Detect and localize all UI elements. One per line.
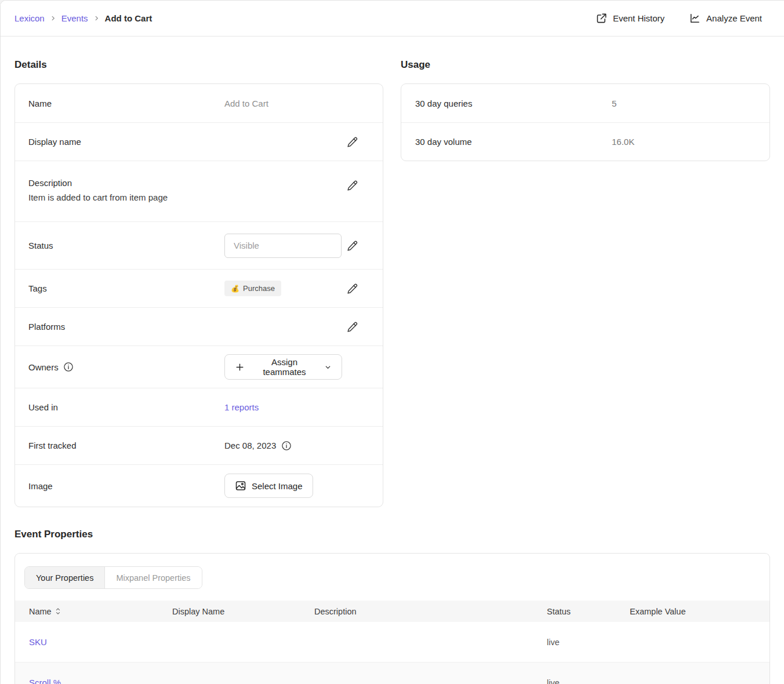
image-icon (235, 480, 246, 492)
column-header-description: Description (314, 607, 547, 616)
volume-value: 16.0K (612, 137, 634, 147)
properties-table: Name Display Name Description Status Exa… (15, 601, 770, 684)
pencil-icon (347, 240, 358, 252)
column-header-name[interactable]: Name (29, 607, 172, 616)
column-header-display-name: Display Name (172, 607, 314, 616)
detail-row-status: Status (15, 221, 383, 269)
image-label: Image (28, 481, 224, 491)
chevron-down-icon (324, 363, 332, 371)
pencil-icon (347, 321, 358, 333)
used-in-label: Used in (28, 402, 224, 412)
topbar-actions: Event History Analyze Event (596, 13, 762, 24)
volume-label: 30 day volume (415, 137, 612, 147)
tag-label: Purchase (243, 284, 275, 293)
platforms-label: Platforms (28, 322, 224, 332)
tab-mixpanel-properties[interactable]: Mixpanel Properties (105, 567, 201, 588)
first-tracked-value: Dec 08, 2023 (224, 441, 276, 450)
detail-row-used-in: Used in 1 reports (15, 388, 383, 426)
pencil-icon (347, 136, 358, 148)
description-label: Description (28, 178, 224, 188)
detail-row-name: Name Add to Cart (15, 84, 383, 122)
status-input[interactable] (224, 234, 342, 258)
breadcrumb-current: Add to Cart (105, 13, 153, 23)
usage-section: Usage 30 day queries 5 30 day volume 16.… (401, 37, 770, 161)
select-image-button[interactable]: Select Image (224, 474, 313, 498)
detail-row-tags: Tags 💰 Purchase (15, 269, 383, 307)
pencil-icon (347, 180, 358, 191)
first-tracked-label: First tracked (28, 441, 224, 450)
chevron-right-icon (93, 15, 100, 21)
usage-row-volume: 30 day volume 16.0K (401, 122, 770, 161)
info-icon[interactable] (281, 441, 292, 451)
sku-status: live (547, 638, 630, 647)
tags-label: Tags (28, 283, 224, 293)
main-content: Details Name Add to Cart Display name (1, 37, 784, 684)
edit-display-name-button[interactable] (346, 135, 360, 149)
display-name-label: Display name (28, 137, 224, 147)
page: Lexicon Events Add to Cart Event History (0, 0, 784, 684)
used-in-reports-link[interactable]: 1 reports (224, 402, 259, 412)
name-value: Add to Cart (224, 99, 268, 108)
breadcrumb-link-events[interactable]: Events (61, 13, 88, 23)
info-icon[interactable] (63, 362, 74, 372)
analyze-event-button[interactable]: Analyze Event (689, 13, 762, 24)
usage-title: Usage (401, 59, 770, 71)
usage-card: 30 day queries 5 30 day volume 16.0K (401, 83, 770, 161)
properties-tabs: Your Properties Mixpanel Properties (15, 554, 770, 601)
detail-row-first-tracked: First tracked Dec 08, 2023 (15, 426, 383, 464)
queries-value: 5 (612, 99, 616, 108)
scroll-status: live (547, 678, 630, 684)
edit-platforms-button[interactable] (346, 320, 360, 334)
column-header-status: Status (547, 607, 630, 616)
tab-your-properties[interactable]: Your Properties (25, 567, 105, 588)
assign-teammates-label: Assign teammates (250, 357, 319, 377)
sort-icon (55, 607, 61, 615)
name-label: Name (28, 99, 224, 108)
detail-row-image: Image Select Image (15, 464, 383, 507)
details-title: Details (14, 59, 383, 71)
analyze-event-label: Analyze Event (706, 13, 762, 23)
detail-row-display-name: Display name (15, 122, 383, 161)
topbar: Lexicon Events Add to Cart Event History (1, 1, 784, 37)
event-properties-card: Your Properties Mixpanel Properties Name… (14, 553, 770, 684)
event-history-label: Event History (613, 13, 665, 23)
event-properties-title: Event Properties (14, 529, 770, 540)
properties-table-header: Name Display Name Description Status Exa… (15, 601, 770, 622)
usage-row-queries: 30 day queries 5 (401, 84, 770, 122)
event-properties-section: Event Properties Your Properties Mixpane… (14, 529, 770, 684)
plus-icon (235, 362, 245, 372)
queries-label: 30 day queries (415, 99, 612, 108)
edit-status-button[interactable] (346, 239, 360, 253)
detail-row-owners: Owners Assign teammates (15, 345, 383, 388)
details-section: Details Name Add to Cart Display name (14, 37, 383, 507)
description-value: Item is added to cart from item page (28, 192, 342, 202)
status-label: Status (28, 241, 224, 250)
property-row-scroll-pct[interactable]: Scroll % live (15, 663, 770, 684)
breadcrumb: Lexicon Events Add to Cart (14, 13, 152, 23)
details-card: Name Add to Cart Display name Descriptio… (14, 83, 383, 507)
tag-chip-purchase[interactable]: 💰 Purchase (224, 281, 281, 296)
breadcrumb-link-lexicon[interactable]: Lexicon (14, 13, 45, 23)
pencil-icon (347, 283, 358, 294)
property-link-sku[interactable]: SKU (29, 637, 47, 647)
detail-row-description: Description Item is added to cart from i… (15, 161, 383, 221)
assign-teammates-button[interactable]: Assign teammates (224, 354, 342, 380)
external-link-icon (596, 13, 607, 24)
money-bag-icon: 💰 (231, 285, 239, 293)
property-row-sku[interactable]: SKU live (15, 622, 770, 663)
column-header-example-value: Example Value (630, 607, 770, 616)
chevron-right-icon (50, 15, 56, 21)
detail-row-platforms: Platforms (15, 307, 383, 345)
line-chart-icon (689, 13, 700, 24)
property-link-scroll-pct[interactable]: Scroll % (29, 678, 61, 684)
event-history-button[interactable]: Event History (596, 13, 665, 24)
edit-tags-button[interactable] (346, 282, 360, 296)
edit-description-button[interactable] (346, 179, 360, 192)
select-image-label: Select Image (252, 481, 303, 491)
owners-label: Owners (28, 362, 59, 372)
